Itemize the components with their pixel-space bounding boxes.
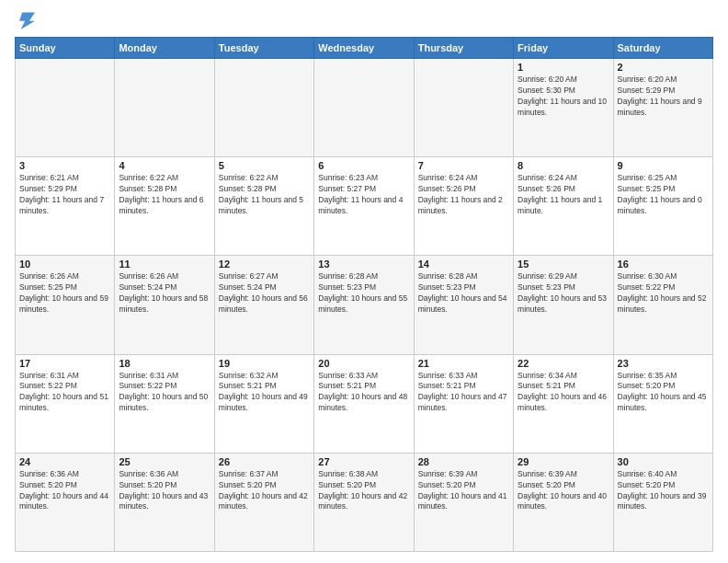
calendar-cell xyxy=(314,59,414,157)
day-info: Sunrise: 6:21 AM Sunset: 5:29 PM Dayligh… xyxy=(19,173,110,217)
calendar-week-4: 17Sunrise: 6:31 AM Sunset: 5:22 PM Dayli… xyxy=(16,354,713,453)
calendar-cell: 16Sunrise: 6:30 AM Sunset: 5:22 PM Dayli… xyxy=(613,256,712,354)
day-info: Sunrise: 6:36 AM Sunset: 5:20 PM Dayligh… xyxy=(19,469,110,513)
day-number: 12 xyxy=(219,259,310,270)
day-info: Sunrise: 6:30 AM Sunset: 5:22 PM Dayligh… xyxy=(618,271,709,316)
day-info: Sunrise: 6:27 AM Sunset: 5:24 PM Dayligh… xyxy=(219,271,310,316)
calendar-cell: 9Sunrise: 6:25 AM Sunset: 5:25 PM Daylig… xyxy=(613,157,712,256)
day-number: 9 xyxy=(618,160,709,171)
day-number: 16 xyxy=(618,259,709,270)
day-number: 8 xyxy=(518,160,609,171)
day-number: 26 xyxy=(219,456,310,467)
page: SundayMondayTuesdayWednesdayThursdayFrid… xyxy=(0,0,728,563)
calendar-cell: 6Sunrise: 6:23 AM Sunset: 5:27 PM Daylig… xyxy=(314,157,414,256)
calendar-cell: 29Sunrise: 6:39 AM Sunset: 5:20 PM Dayli… xyxy=(514,453,613,551)
calendar-cell: 30Sunrise: 6:40 AM Sunset: 5:20 PM Dayli… xyxy=(613,453,712,551)
day-number: 30 xyxy=(618,456,709,467)
calendar-cell: 22Sunrise: 6:34 AM Sunset: 5:21 PM Dayli… xyxy=(514,354,613,453)
calendar-cell: 10Sunrise: 6:26 AM Sunset: 5:25 PM Dayli… xyxy=(16,256,115,354)
day-info: Sunrise: 6:20 AM Sunset: 5:30 PM Dayligh… xyxy=(518,75,609,119)
day-info: Sunrise: 6:33 AM Sunset: 5:21 PM Dayligh… xyxy=(318,371,409,415)
calendar-cell xyxy=(16,59,115,157)
calendar-week-2: 3Sunrise: 6:21 AM Sunset: 5:29 PM Daylig… xyxy=(16,157,713,256)
calendar-week-5: 24Sunrise: 6:36 AM Sunset: 5:20 PM Dayli… xyxy=(16,453,713,551)
day-number: 2 xyxy=(618,62,709,73)
calendar-cell: 25Sunrise: 6:36 AM Sunset: 5:20 PM Dayli… xyxy=(115,453,214,551)
day-number: 13 xyxy=(318,259,409,270)
svg-marker-0 xyxy=(19,13,35,29)
header xyxy=(15,11,713,29)
day-info: Sunrise: 6:38 AM Sunset: 5:20 PM Dayligh… xyxy=(318,469,409,513)
day-info: Sunrise: 6:39 AM Sunset: 5:20 PM Dayligh… xyxy=(518,469,609,513)
day-info: Sunrise: 6:35 AM Sunset: 5:20 PM Dayligh… xyxy=(618,371,709,415)
calendar-cell: 12Sunrise: 6:27 AM Sunset: 5:24 PM Dayli… xyxy=(214,256,313,354)
logo-icon xyxy=(15,11,37,29)
calendar-header-thursday: Thursday xyxy=(414,38,513,59)
calendar-table: SundayMondayTuesdayWednesdayThursdayFrid… xyxy=(15,37,713,552)
calendar-cell: 14Sunrise: 6:28 AM Sunset: 5:23 PM Dayli… xyxy=(414,256,513,354)
day-number: 23 xyxy=(618,358,709,369)
calendar-cell: 19Sunrise: 6:32 AM Sunset: 5:21 PM Dayli… xyxy=(214,354,313,453)
day-info: Sunrise: 6:32 AM Sunset: 5:21 PM Dayligh… xyxy=(219,371,310,415)
calendar-cell: 24Sunrise: 6:36 AM Sunset: 5:20 PM Dayli… xyxy=(16,453,115,551)
day-info: Sunrise: 6:24 AM Sunset: 5:26 PM Dayligh… xyxy=(418,173,509,217)
day-info: Sunrise: 6:34 AM Sunset: 5:21 PM Dayligh… xyxy=(518,371,609,415)
day-info: Sunrise: 6:26 AM Sunset: 5:24 PM Dayligh… xyxy=(119,271,210,316)
day-number: 11 xyxy=(119,259,210,270)
day-number: 5 xyxy=(219,160,310,171)
day-number: 10 xyxy=(19,259,110,270)
day-info: Sunrise: 6:39 AM Sunset: 5:20 PM Dayligh… xyxy=(418,469,509,513)
calendar-cell: 23Sunrise: 6:35 AM Sunset: 5:20 PM Dayli… xyxy=(613,354,712,453)
day-number: 27 xyxy=(318,456,409,467)
calendar-cell: 2Sunrise: 6:20 AM Sunset: 5:29 PM Daylig… xyxy=(613,59,712,157)
day-number: 28 xyxy=(418,456,509,467)
day-info: Sunrise: 6:31 AM Sunset: 5:22 PM Dayligh… xyxy=(19,371,110,415)
logo xyxy=(15,11,40,29)
day-info: Sunrise: 6:22 AM Sunset: 5:28 PM Dayligh… xyxy=(119,173,210,217)
calendar-header-row: SundayMondayTuesdayWednesdayThursdayFrid… xyxy=(16,38,713,59)
calendar-cell xyxy=(214,59,313,157)
calendar-cell: 1Sunrise: 6:20 AM Sunset: 5:30 PM Daylig… xyxy=(514,59,613,157)
day-number: 7 xyxy=(418,160,509,171)
day-number: 18 xyxy=(119,358,210,369)
calendar-header-monday: Monday xyxy=(115,38,214,59)
calendar-cell: 21Sunrise: 6:33 AM Sunset: 5:21 PM Dayli… xyxy=(414,354,513,453)
calendar-header-friday: Friday xyxy=(514,38,613,59)
calendar-cell: 20Sunrise: 6:33 AM Sunset: 5:21 PM Dayli… xyxy=(314,354,414,453)
day-number: 20 xyxy=(318,358,409,369)
day-number: 3 xyxy=(19,160,110,171)
day-number: 24 xyxy=(19,456,110,467)
calendar-header-wednesday: Wednesday xyxy=(314,38,414,59)
day-number: 25 xyxy=(119,456,210,467)
day-info: Sunrise: 6:24 AM Sunset: 5:26 PM Dayligh… xyxy=(518,173,609,217)
calendar-header-saturday: Saturday xyxy=(613,38,712,59)
calendar-week-1: 1Sunrise: 6:20 AM Sunset: 5:30 PM Daylig… xyxy=(16,59,713,157)
calendar-header-sunday: Sunday xyxy=(16,38,115,59)
day-number: 1 xyxy=(518,62,609,73)
day-number: 6 xyxy=(318,160,409,171)
day-info: Sunrise: 6:31 AM Sunset: 5:22 PM Dayligh… xyxy=(119,371,210,415)
day-number: 17 xyxy=(19,358,110,369)
calendar-cell: 17Sunrise: 6:31 AM Sunset: 5:22 PM Dayli… xyxy=(16,354,115,453)
calendar-cell: 11Sunrise: 6:26 AM Sunset: 5:24 PM Dayli… xyxy=(115,256,214,354)
day-info: Sunrise: 6:20 AM Sunset: 5:29 PM Dayligh… xyxy=(618,75,709,119)
day-info: Sunrise: 6:23 AM Sunset: 5:27 PM Dayligh… xyxy=(318,173,409,217)
calendar-week-3: 10Sunrise: 6:26 AM Sunset: 5:25 PM Dayli… xyxy=(16,256,713,354)
calendar-cell: 8Sunrise: 6:24 AM Sunset: 5:26 PM Daylig… xyxy=(514,157,613,256)
calendar-cell: 26Sunrise: 6:37 AM Sunset: 5:20 PM Dayli… xyxy=(214,453,313,551)
calendar-cell: 7Sunrise: 6:24 AM Sunset: 5:26 PM Daylig… xyxy=(414,157,513,256)
calendar-cell: 5Sunrise: 6:22 AM Sunset: 5:28 PM Daylig… xyxy=(214,157,313,256)
calendar-cell xyxy=(414,59,513,157)
calendar-cell: 13Sunrise: 6:28 AM Sunset: 5:23 PM Dayli… xyxy=(314,256,414,354)
day-number: 4 xyxy=(119,160,210,171)
day-number: 22 xyxy=(518,358,609,369)
calendar-header-tuesday: Tuesday xyxy=(214,38,313,59)
calendar-cell: 4Sunrise: 6:22 AM Sunset: 5:28 PM Daylig… xyxy=(115,157,214,256)
day-info: Sunrise: 6:26 AM Sunset: 5:25 PM Dayligh… xyxy=(19,271,110,316)
day-number: 14 xyxy=(418,259,509,270)
calendar-cell: 27Sunrise: 6:38 AM Sunset: 5:20 PM Dayli… xyxy=(314,453,414,551)
day-info: Sunrise: 6:28 AM Sunset: 5:23 PM Dayligh… xyxy=(318,271,409,316)
day-number: 21 xyxy=(418,358,509,369)
day-info: Sunrise: 6:37 AM Sunset: 5:20 PM Dayligh… xyxy=(219,469,310,513)
calendar-cell: 15Sunrise: 6:29 AM Sunset: 5:23 PM Dayli… xyxy=(514,256,613,354)
